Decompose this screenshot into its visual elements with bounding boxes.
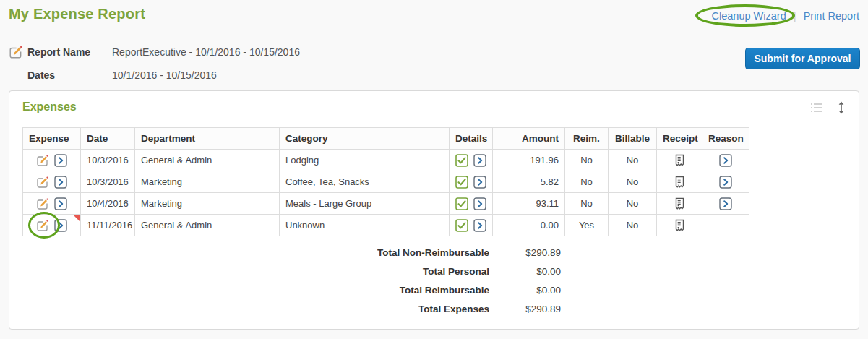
receipt-icon[interactable] bbox=[674, 176, 685, 189]
reason-open-icon[interactable] bbox=[719, 176, 732, 189]
date-cell: 10/3/2016 bbox=[81, 150, 135, 171]
header-receipt: Receipt bbox=[657, 128, 702, 150]
header-details: Details bbox=[450, 128, 493, 150]
open-expense-icon[interactable] bbox=[54, 219, 67, 232]
expenses-panel: Expenses Expense Date Department Categor… bbox=[9, 90, 859, 330]
reim-cell: No bbox=[565, 150, 609, 171]
department-cell: Marketing bbox=[135, 193, 280, 215]
header-reim: Reim. bbox=[565, 128, 609, 150]
receipt-icon[interactable] bbox=[674, 219, 685, 232]
reim-cell: No bbox=[565, 171, 609, 193]
amount-cell: 93.11 bbox=[493, 193, 565, 215]
table-row: 10/3/2016 General & Admin Lodging 191.96… bbox=[23, 150, 749, 171]
amount-cell: 0.00 bbox=[493, 215, 565, 236]
totals-row: Total Expenses $290.89 bbox=[22, 299, 561, 318]
open-expense-icon[interactable] bbox=[54, 154, 67, 167]
details-open-icon[interactable] bbox=[473, 154, 486, 167]
receipt-icon[interactable] bbox=[674, 154, 685, 167]
details-checked-icon[interactable] bbox=[455, 197, 468, 210]
billable-cell: No bbox=[609, 171, 657, 193]
date-cell: 10/4/2016 bbox=[81, 193, 135, 215]
details-open-icon[interactable] bbox=[473, 219, 486, 232]
category-cell: Lodging bbox=[280, 150, 450, 171]
category-cell: Unknown bbox=[280, 215, 450, 236]
billable-cell: No bbox=[609, 193, 657, 215]
details-checked-icon[interactable] bbox=[455, 219, 468, 232]
edit-report-name-icon[interactable] bbox=[9, 45, 23, 59]
total-non-reimbursable-value: $290.89 bbox=[489, 247, 561, 258]
details-checked-icon[interactable] bbox=[455, 176, 468, 189]
department-cell: Marketing bbox=[135, 171, 280, 193]
reason-open-icon[interactable] bbox=[719, 197, 732, 210]
table-header-row: Expense Date Department Category Details… bbox=[23, 128, 749, 150]
edit-expense-icon[interactable] bbox=[36, 154, 49, 167]
totals-row: Total Non-Reimbursable $290.89 bbox=[22, 243, 561, 262]
category-cell: Meals - Large Group bbox=[280, 193, 450, 215]
header-links: Cleanup Wizard | Print Report bbox=[712, 9, 859, 22]
reim-cell: Yes bbox=[565, 215, 609, 236]
header-amount: Amount bbox=[493, 128, 565, 150]
category-cell: Coffee, Tea, Snacks bbox=[280, 171, 450, 193]
details-open-icon[interactable] bbox=[473, 197, 486, 210]
total-expenses-value: $290.89 bbox=[489, 304, 561, 314]
expenses-table: Expense Date Department Category Details… bbox=[22, 127, 749, 236]
details-checked-icon[interactable] bbox=[455, 154, 468, 167]
header-department: Department bbox=[135, 128, 280, 150]
link-separator: | bbox=[794, 9, 796, 22]
total-personal-label: Total Personal bbox=[22, 266, 489, 277]
expenses-panel-title: Expenses bbox=[22, 100, 77, 113]
page-title: My Expense Report bbox=[9, 6, 145, 22]
totals-row: Total Personal $0.00 bbox=[22, 262, 561, 280]
cleanup-wizard-link[interactable]: Cleanup Wizard bbox=[712, 10, 786, 22]
department-cell: General & Admin bbox=[135, 215, 280, 236]
header-expense: Expense bbox=[23, 128, 81, 150]
amount-cell: 5.82 bbox=[493, 171, 565, 193]
department-cell: General & Admin bbox=[135, 150, 280, 171]
total-reimbursable-value: $0.00 bbox=[489, 285, 561, 296]
dates-value: 10/1/2016 - 10/15/2016 bbox=[112, 69, 217, 81]
print-report-link[interactable]: Print Report bbox=[804, 10, 859, 22]
billable-cell: No bbox=[609, 150, 657, 171]
total-personal-value: $0.00 bbox=[489, 266, 561, 277]
total-expenses-label: Total Expenses bbox=[22, 304, 489, 314]
edit-expense-icon[interactable] bbox=[36, 219, 49, 232]
report-name-value: ReportExecutive - 10/1/2016 - 10/15/2016 bbox=[112, 46, 300, 58]
submit-for-approval-button[interactable]: Submit for Approval bbox=[745, 48, 860, 69]
billable-cell: No bbox=[609, 215, 657, 236]
report-name-label: Report Name bbox=[27, 46, 90, 58]
amount-cell: 191.96 bbox=[493, 150, 565, 171]
reason-open-icon[interactable] bbox=[719, 154, 732, 167]
header-date: Date bbox=[81, 128, 135, 150]
table-row: 10/3/2016 Marketing Coffee, Tea, Snacks … bbox=[23, 171, 749, 193]
open-expense-icon[interactable] bbox=[54, 176, 67, 189]
list-view-icon[interactable] bbox=[809, 101, 824, 114]
reason-empty-cell bbox=[702, 215, 749, 236]
header-billable: Billable bbox=[609, 128, 657, 150]
header-category: Category bbox=[280, 128, 450, 150]
edit-expense-icon[interactable] bbox=[36, 176, 49, 189]
edit-expense-icon[interactable] bbox=[36, 197, 49, 210]
receipt-icon[interactable] bbox=[674, 197, 685, 210]
table-row: 11/11/2016 General & Admin Unknown 0.00 … bbox=[23, 215, 749, 236]
date-cell: 11/11/2016 bbox=[81, 215, 135, 236]
totals-row: Total Reimbursable $0.00 bbox=[22, 280, 561, 299]
details-open-icon[interactable] bbox=[473, 176, 486, 189]
totals-section: Total Non-Reimbursable $290.89 Total Per… bbox=[22, 243, 561, 318]
flag-corner-icon bbox=[73, 215, 80, 222]
expand-collapse-icon[interactable] bbox=[835, 101, 847, 114]
reim-cell: No bbox=[565, 193, 609, 215]
header-reason: Reason bbox=[702, 128, 749, 150]
total-reimbursable-label: Total Reimbursable bbox=[22, 285, 489, 296]
table-row: 10/4/2016 Marketing Meals - Large Group … bbox=[23, 193, 749, 215]
total-non-reimbursable-label: Total Non-Reimbursable bbox=[22, 247, 489, 258]
date-cell: 10/3/2016 bbox=[81, 171, 135, 193]
open-expense-icon[interactable] bbox=[54, 197, 67, 210]
dates-label: Dates bbox=[27, 69, 55, 81]
